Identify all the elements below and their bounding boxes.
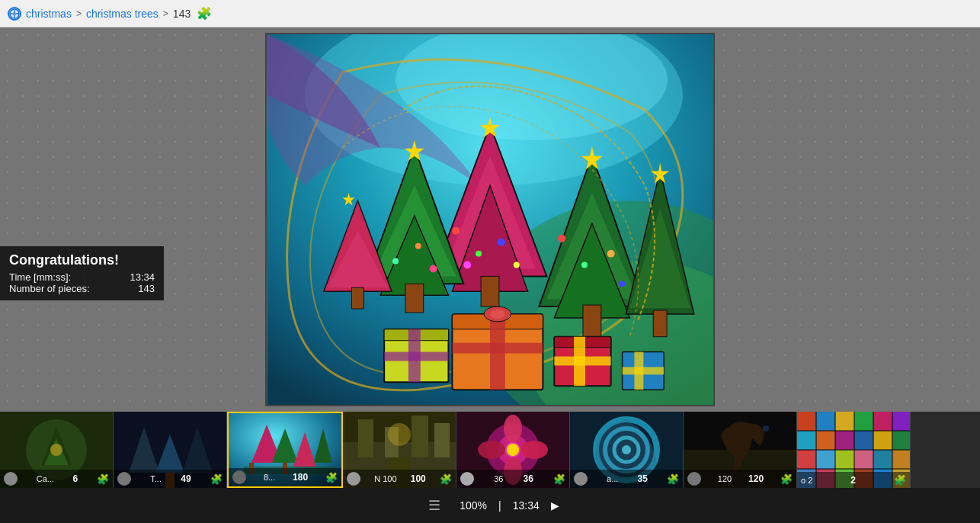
thumb-label-1: Ca... xyxy=(37,474,54,483)
thumb-avatar-5 xyxy=(460,472,474,486)
status-separator: | xyxy=(498,499,501,512)
svg-rect-119 xyxy=(892,450,910,469)
pieces-value: 143 xyxy=(138,283,155,294)
thumbnail-2[interactable]: T... 49 🧩 xyxy=(114,412,227,488)
thumbnail-7[interactable]: 120 120 🧩 xyxy=(684,412,797,488)
thumbnail-5[interactable]: 36 36 🧩 xyxy=(456,412,570,488)
svg-point-34 xyxy=(490,310,505,319)
svg-point-91 xyxy=(520,441,548,459)
svg-point-92 xyxy=(507,444,519,456)
globe-icon xyxy=(8,7,21,21)
svg-rect-9 xyxy=(481,276,499,306)
svg-rect-81 xyxy=(434,423,450,457)
thumb-count-5: 36 xyxy=(524,473,533,484)
svg-rect-112 xyxy=(873,431,892,450)
svg-point-51 xyxy=(415,243,421,249)
thumb-avatar-1 xyxy=(4,472,18,486)
svg-rect-42 xyxy=(554,357,610,366)
svg-rect-18 xyxy=(351,287,363,309)
svg-rect-38 xyxy=(384,352,448,361)
thumb-puzzle-3: 🧩 xyxy=(325,472,338,483)
svg-point-57 xyxy=(620,281,626,287)
svg-point-50 xyxy=(463,262,471,269)
svg-rect-113 xyxy=(892,431,910,450)
svg-rect-115 xyxy=(816,450,835,469)
svg-point-83 xyxy=(388,423,411,446)
svg-rect-32 xyxy=(452,343,543,354)
puzzle-piece-icon: 🧩 xyxy=(197,6,212,21)
svg-point-47 xyxy=(476,251,482,257)
thumb-label-8: o 2 xyxy=(801,476,812,485)
thumb-count-3: 180 xyxy=(293,472,308,483)
svg-rect-111 xyxy=(854,431,873,450)
thumb-label-7: 120 xyxy=(718,474,732,483)
thumb-avatar-2 xyxy=(117,472,131,486)
svg-point-52 xyxy=(392,258,399,265)
thumb-avatar-4 xyxy=(347,472,360,486)
thumbnail-4[interactable]: N 100 100 🧩 xyxy=(343,412,456,488)
thumb-count-8: 2 xyxy=(850,475,856,486)
status-time: 13:34 xyxy=(513,499,540,512)
congrats-title: Congratulations! xyxy=(9,252,155,268)
svg-rect-102 xyxy=(797,412,816,431)
breadcrumb-sep-2: > xyxy=(163,8,168,19)
thumb-avatar-7 xyxy=(687,472,701,486)
puzzle-canvas: Congratulations! Time [mm:ss]: 13:34 Num… xyxy=(0,27,980,412)
info-panel: Congratulations! Time [mm:ss]: 13:34 Num… xyxy=(0,246,164,300)
svg-rect-105 xyxy=(854,412,873,431)
pieces-label: Number of pieces: xyxy=(9,283,90,294)
status-bar: ☰ 100% | 13:34 ▶ xyxy=(0,488,980,523)
svg-rect-14 xyxy=(405,284,424,313)
thumb-puzzle-7: 🧩 xyxy=(780,473,793,485)
svg-rect-27 xyxy=(653,310,667,337)
thumb-label-5: 36 xyxy=(494,474,503,483)
breadcrumb-trees-link[interactable]: christmas trees xyxy=(86,8,159,20)
svg-rect-45 xyxy=(623,367,665,374)
play-button[interactable]: ▶ xyxy=(551,499,559,512)
breadcrumb-bar: christmas > christmas trees > 143 🧩 xyxy=(0,0,980,27)
svg-point-0 xyxy=(10,9,19,18)
thumb-label-6: a... xyxy=(607,474,618,483)
thumb-count-2: 49 xyxy=(181,473,191,484)
thumbnail-1[interactable]: Ca... 6 🧩 xyxy=(0,412,114,488)
svg-point-46 xyxy=(452,227,460,235)
thumb-count-4: 100 xyxy=(411,473,426,484)
svg-point-56 xyxy=(607,250,615,258)
svg-rect-117 xyxy=(854,450,873,469)
svg-point-100 xyxy=(763,425,769,432)
svg-rect-109 xyxy=(816,431,835,450)
time-value: 13:34 xyxy=(130,271,155,283)
svg-point-88 xyxy=(504,415,522,442)
svg-rect-106 xyxy=(873,412,892,431)
thumb-label-3: 8... xyxy=(264,473,275,482)
time-row: Time [mm:ss]: 13:34 xyxy=(9,271,155,283)
thumb-avatar-6 xyxy=(574,472,588,486)
thumb-count-7: 120 xyxy=(748,473,764,484)
svg-rect-107 xyxy=(892,412,910,431)
pieces-row: Number of pieces: 143 xyxy=(9,283,155,294)
thumb-count-6: 35 xyxy=(638,473,648,484)
thumb-label-4: N 100 xyxy=(374,474,396,483)
svg-point-90 xyxy=(478,441,505,459)
thumb-puzzle-4: 🧩 xyxy=(440,473,452,485)
breadcrumb-christmas-link[interactable]: christmas xyxy=(26,8,72,20)
svg-rect-103 xyxy=(816,412,835,431)
svg-point-49 xyxy=(514,262,520,268)
thumb-puzzle-2: 🧩 xyxy=(210,473,223,485)
svg-point-55 xyxy=(581,262,588,268)
thumb-label-2: T... xyxy=(150,474,162,483)
thumb-puzzle-1: 🧩 xyxy=(97,473,109,485)
thumb-puzzle-5: 🧩 xyxy=(553,473,565,485)
thumbnail-3[interactable]: 8... 180 🧩 xyxy=(227,412,343,488)
svg-point-62 xyxy=(50,444,62,456)
breadcrumb-sep-1: > xyxy=(76,8,82,19)
thumb-avatar-3 xyxy=(232,470,246,484)
breadcrumb-number: 143 xyxy=(173,8,191,20)
puzzle-image xyxy=(265,33,715,406)
menu-icon[interactable]: ☰ xyxy=(421,497,448,514)
thumbnail-8[interactable]: o 2 2 🧩 xyxy=(797,412,911,488)
thumbnail-6[interactable]: a... 35 🧩 xyxy=(570,412,684,488)
svg-point-53 xyxy=(430,265,437,273)
time-label: Time [mm:ss]: xyxy=(9,271,71,283)
svg-rect-80 xyxy=(412,416,428,457)
